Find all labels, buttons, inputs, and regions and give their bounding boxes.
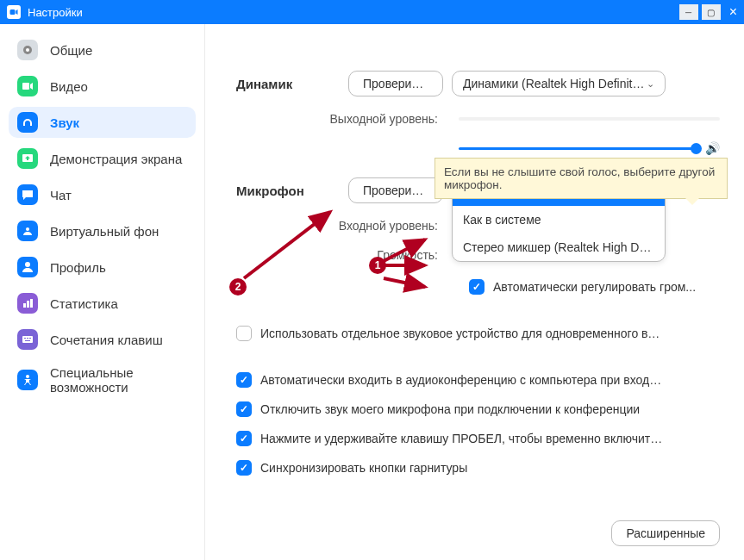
- advanced-button[interactable]: Расширенные: [611, 520, 720, 546]
- sidebar-item-audio[interactable]: Звук: [9, 107, 196, 138]
- share-screen-icon: [17, 148, 38, 169]
- test-speaker-button[interactable]: Проверить ...: [348, 71, 443, 96]
- annotation-marker-2: 2: [229, 278, 247, 296]
- sidebar-item-accessibility[interactable]: Специальные возможности: [9, 360, 196, 401]
- sidebar-item-label: Специальные возможности: [50, 365, 187, 395]
- sidebar-item-label: Звук: [50, 115, 79, 130]
- accessibility-icon: [17, 370, 38, 390]
- annotation-arrow: [382, 274, 434, 300]
- svg-rect-12: [27, 338, 28, 339]
- mic-label: Микрофон: [236, 184, 348, 198]
- annotation-marker-1: 1: [369, 257, 386, 274]
- sidebar-item-label: Виртуальный фон: [50, 224, 159, 239]
- minimize-button[interactable]: ─: [679, 4, 698, 20]
- auto-join-audio-checkbox[interactable]: [236, 372, 252, 388]
- chevron-down-icon: ⌄: [647, 78, 654, 90]
- auto-mic-level-label: Автоматически регулировать гром...: [493, 280, 696, 294]
- push-to-talk-checkbox[interactable]: [236, 431, 252, 446]
- chat-icon: [17, 184, 38, 205]
- sidebar-item-video[interactable]: Видео: [9, 71, 196, 102]
- auto-mic-level-checkbox[interactable]: [469, 279, 485, 295]
- push-to-talk-label: Нажмите и удерживайте клавишу ПРОБЕЛ, чт…: [260, 432, 666, 445]
- content-pane: Динамик Проверить ... Динамики (Realtek …: [205, 24, 744, 560]
- output-level-meter: [459, 117, 720, 121]
- output-level-label: Выходной уровень:: [236, 112, 448, 126]
- sidebar: Общие Видео Звук Демонстрация экрана Чат…: [0, 24, 205, 560]
- svg-rect-3: [22, 83, 29, 90]
- sidebar-item-chat[interactable]: Чат: [9, 179, 196, 210]
- keyboard-icon: [17, 329, 38, 350]
- auto-join-audio-label: Автоматически входить в аудиоконференцию…: [260, 373, 666, 387]
- titlebar: Настройки ─ ▢ ×: [0, 0, 744, 24]
- svg-rect-10: [22, 336, 33, 343]
- svg-rect-8: [27, 301, 29, 308]
- sidebar-item-vbg[interactable]: Виртуальный фон: [9, 215, 196, 246]
- gear-icon: [17, 40, 38, 60]
- sidebar-item-profile[interactable]: Профиль: [9, 252, 196, 283]
- svg-rect-11: [24, 338, 26, 339]
- speaker-volume-slider[interactable]: [459, 147, 697, 150]
- sidebar-item-share[interactable]: Демонстрация экрана: [9, 143, 196, 174]
- sidebar-item-label: Профиль: [50, 260, 106, 275]
- profile-icon: [17, 257, 38, 277]
- svg-point-2: [26, 48, 29, 52]
- sync-headset-checkbox[interactable]: [236, 460, 252, 476]
- mute-on-join-checkbox[interactable]: [236, 401, 252, 417]
- svg-point-15: [26, 375, 29, 378]
- speaker-volume-icon: 🔊: [705, 141, 720, 155]
- svg-point-5: [26, 227, 29, 231]
- sidebar-item-general[interactable]: Общие: [9, 34, 196, 65]
- svg-rect-0: [10, 9, 16, 15]
- sidebar-item-shortcuts[interactable]: Сочетания клавиш: [9, 324, 196, 355]
- headphones-icon: [17, 112, 38, 133]
- sidebar-item-label: Сочетания клавиш: [50, 333, 163, 347]
- sidebar-item-label: Видео: [50, 79, 88, 94]
- app-icon: [7, 5, 21, 19]
- mic-option-1[interactable]: Как в системе: [453, 206, 665, 233]
- sidebar-item-label: Общие: [50, 43, 92, 58]
- sidebar-item-label: Чат: [50, 188, 72, 202]
- mic-tooltip: Если вы не слышите свой голос, выберите …: [435, 158, 728, 199]
- test-mic-button[interactable]: Проверить ...: [348, 177, 443, 203]
- separate-device-label: Использовать отдельное звуковое устройст…: [260, 327, 666, 340]
- svg-rect-14: [25, 340, 30, 341]
- svg-point-6: [25, 262, 30, 267]
- window-title: Настройки: [28, 6, 83, 19]
- close-button[interactable]: ×: [729, 4, 737, 20]
- speaker-label: Динамик: [236, 77, 348, 91]
- sidebar-item-label: Статистика: [50, 296, 118, 311]
- mic-volume-label: Громкость:: [236, 248, 448, 262]
- speaker-device-value: Динамики (Realtek High Definitio...: [463, 77, 647, 90]
- svg-rect-7: [23, 303, 26, 308]
- svg-rect-13: [29, 338, 31, 339]
- sidebar-item-stats[interactable]: Статистика: [9, 288, 196, 319]
- svg-line-19: [384, 278, 425, 287]
- mic-option-2[interactable]: Стерео микшер (Realtek High Definiti...: [453, 233, 665, 261]
- separate-device-checkbox[interactable]: [236, 326, 252, 341]
- svg-rect-9: [30, 299, 33, 308]
- sidebar-item-label: Демонстрация экрана: [50, 152, 182, 166]
- speaker-device-select[interactable]: Динамики (Realtek High Definitio... ⌄: [452, 71, 666, 96]
- virtual-bg-icon: [17, 221, 38, 241]
- video-icon: [17, 76, 38, 96]
- stats-icon: [17, 293, 38, 314]
- sync-headset-label: Синхронизировать кнопки гарнитуры: [260, 461, 467, 475]
- slider-thumb[interactable]: [691, 143, 702, 154]
- annotation-arrow: [240, 196, 343, 283]
- mute-on-join-label: Отключить звук моего микрофона при подкл…: [260, 402, 640, 416]
- maximize-button[interactable]: ▢: [702, 4, 721, 20]
- input-level-label: Входной уровень:: [236, 219, 448, 233]
